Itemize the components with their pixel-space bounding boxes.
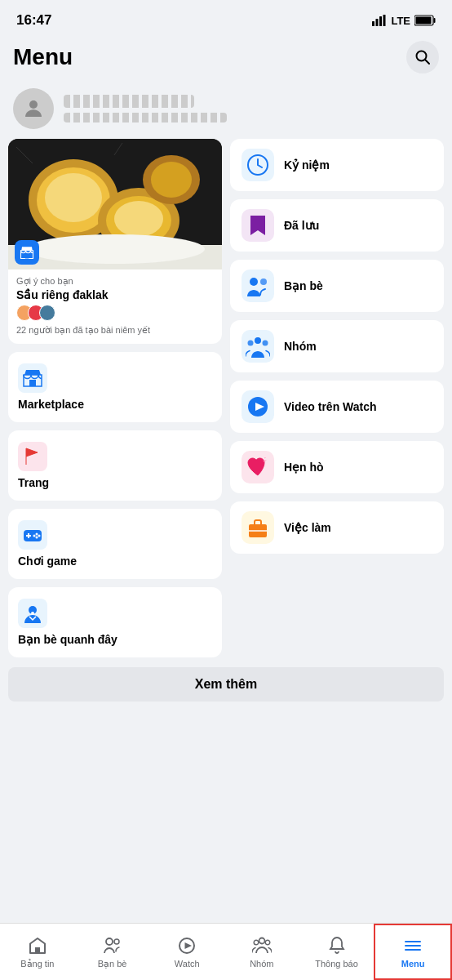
store-icon [20, 245, 34, 260]
lte-label: LTE [391, 15, 410, 27]
header: Menu [0, 36, 452, 80]
nav-menu[interactable]: Menu [374, 924, 452, 980]
henHo-icon [242, 451, 274, 483]
choigame-card[interactable]: Chơi game [8, 509, 222, 579]
svg-point-55 [265, 940, 270, 945]
menu-nav-icon [402, 935, 423, 956]
svg-point-41 [255, 337, 261, 344]
marketplace-label: Marketplace [18, 398, 212, 411]
main-content: Gợi ý cho bạn Sầu riêng đaklak 22 người … [0, 139, 452, 657]
svg-rect-3 [383, 15, 386, 26]
post-image [8, 139, 222, 270]
banBe-icon [242, 270, 274, 302]
banBe-label: Bạn bè [284, 279, 323, 292]
profile-row[interactable] [0, 80, 452, 139]
viecLam-item[interactable]: Việc làm [230, 501, 444, 554]
battery-icon [414, 15, 436, 26]
nav-bangtin-label: Bảng tin [20, 959, 54, 969]
search-button[interactable] [406, 41, 439, 74]
trang-label: Trang [18, 476, 212, 489]
svg-point-31 [36, 533, 38, 536]
svg-point-50 [114, 939, 119, 944]
nav-nhom[interactable]: Nhóm [224, 924, 299, 980]
nav-thongbao[interactable]: Thông báo [299, 924, 374, 980]
svg-point-49 [106, 938, 113, 945]
banbe-quanday-card[interactable]: Bạn bè quanh đây [8, 587, 222, 657]
trang-card[interactable]: Trang [8, 430, 222, 501]
svg-rect-23 [25, 254, 29, 258]
post-suggestion: Gợi ý cho bạn [16, 276, 214, 287]
profile-name [64, 95, 194, 108]
svg-point-34 [36, 537, 38, 539]
svg-point-54 [254, 940, 259, 945]
svg-point-18 [151, 162, 192, 198]
svg-line-8 [425, 60, 429, 64]
nhom-icon [242, 330, 274, 363]
svg-point-40 [260, 278, 267, 285]
page-title: Menu [13, 44, 73, 70]
svg-point-39 [250, 278, 258, 286]
bottom-nav: Bảng tin Bạn bè Watch [0, 923, 452, 980]
post-title: Sầu riêng đaklak [16, 288, 214, 301]
henHo-item[interactable]: Hẹn hò [230, 441, 444, 493]
post-desc: 22 người bạn đã tạo bài niêm yết [16, 324, 214, 336]
svg-rect-25 [29, 380, 36, 386]
videoWatch-icon [242, 390, 274, 423]
friends-nav-icon [102, 935, 123, 956]
svg-rect-6 [416, 17, 432, 24]
left-column: Gợi ý cho bạn Sầu riêng đaklak 22 người … [8, 139, 222, 657]
nav-nhom-label: Nhóm [250, 959, 273, 969]
henHo-label: Hẹn hò [284, 461, 324, 474]
viecLam-icon [242, 511, 274, 544]
svg-rect-0 [372, 21, 374, 26]
videoWatch-label: Video trên Watch [284, 400, 377, 413]
trang-icon-wrap [18, 442, 47, 471]
daLuu-item[interactable]: Đã lưu [230, 199, 444, 252]
svg-rect-48 [35, 947, 40, 953]
viecLam-label: Việc làm [284, 521, 331, 534]
svg-point-9 [29, 100, 38, 109]
post-avatars [16, 305, 214, 321]
svg-point-53 [259, 938, 264, 944]
nhom-item[interactable]: Nhóm [230, 320, 444, 372]
nav-bangtin[interactable]: Bảng tin [0, 924, 75, 980]
right-column: Kỷ niệm Đã lưu Bạn bè [230, 139, 444, 657]
profile-info [64, 95, 439, 122]
search-icon [414, 49, 431, 65]
kyNiem-item[interactable]: Kỷ niệm [230, 139, 444, 191]
svg-rect-1 [376, 19, 379, 26]
nav-watch[interactable]: Watch [149, 924, 224, 980]
group-suggestion-card[interactable]: Gợi ý cho bạn Sầu riêng đaklak 22 người … [8, 139, 222, 344]
marketplace-icon-wrap [18, 363, 47, 393]
status-time: 16:47 [16, 12, 51, 29]
durian-svg [8, 139, 222, 270]
svg-point-33 [33, 535, 36, 537]
nhom-label: Nhóm [284, 340, 317, 353]
shop-overlay-icon [15, 240, 39, 265]
choigame-icon-wrap [18, 520, 47, 550]
briefcase-icon [246, 516, 269, 539]
daLuu-icon [242, 209, 274, 242]
svg-point-13 [45, 173, 102, 222]
svg-rect-5 [434, 18, 436, 23]
svg-point-43 [263, 341, 268, 346]
trang-icon [18, 442, 47, 471]
nhom-nav-icon [251, 935, 273, 956]
nav-banbe[interactable]: Bạn bè [75, 924, 150, 980]
svg-point-37 [31, 612, 34, 615]
videoWatch-item[interactable]: Video trên Watch [230, 381, 444, 433]
nav-banbe-label: Bạn bè [98, 959, 127, 969]
profile-sub [64, 113, 227, 122]
mini-avatar-3 [39, 305, 55, 321]
banbe-quanday-icon [18, 599, 47, 628]
daLuu-label: Đã lưu [284, 219, 319, 232]
home-icon [27, 935, 48, 956]
user-icon [21, 96, 46, 121]
banBe-item[interactable]: Bạn bè [230, 260, 444, 312]
xem-them-button[interactable]: Xem thêm [8, 667, 444, 702]
marketplace-card[interactable]: Marketplace [8, 352, 222, 422]
post-body: Gợi ý cho bạn Sầu riêng đaklak 22 người … [8, 270, 222, 344]
banbe-quanday-label: Bạn bè quanh đây [18, 633, 212, 646]
svg-rect-26 [18, 442, 47, 471]
svg-marker-52 [185, 942, 193, 949]
